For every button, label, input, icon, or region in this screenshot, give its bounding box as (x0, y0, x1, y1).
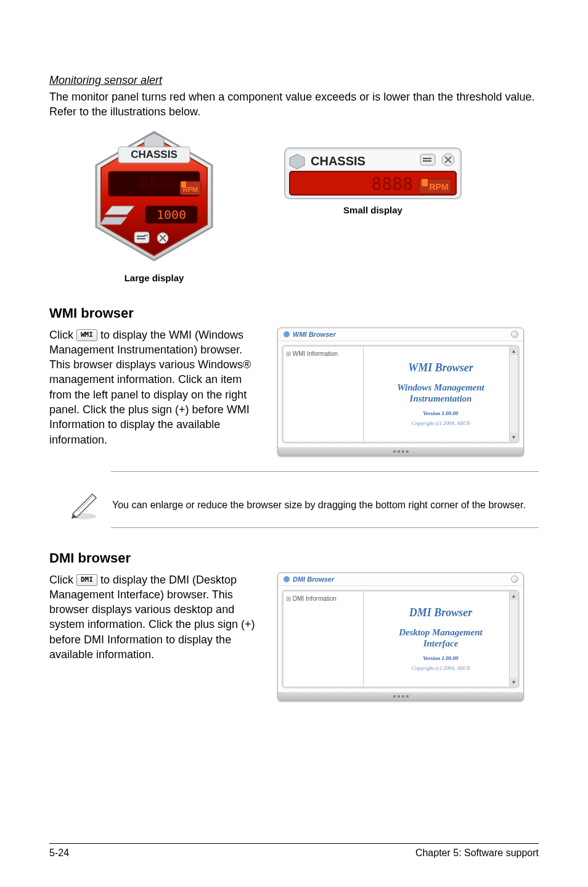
dmi-body-rest: to display the DMI (Desktop Management I… (49, 574, 255, 661)
scroll-down-icon[interactable]: ▾ (510, 678, 518, 687)
resize-grip[interactable] (278, 447, 523, 456)
wmi-titlebar: WMI Browser (278, 328, 523, 341)
gauge-small-wrap: CHASSIS 8888 RPM Small display (284, 147, 462, 215)
chassis-gauge-large: CHASSIS 8888 RPM 1000 (86, 128, 222, 270)
wmi-tree-root[interactable]: WMI Information (286, 350, 361, 357)
scroll-down-icon[interactable]: ▾ (510, 433, 518, 442)
dmi-two-col: Click DMI to display the DMI (Desktop Ma… (49, 572, 539, 701)
note-text: You can enlarge or reduce the browser si… (112, 498, 526, 512)
dmi-tree-pane[interactable]: DMI Information (284, 592, 364, 687)
app-icon (283, 576, 290, 583)
dmi-titlebar-text: DMI Browser (293, 576, 334, 583)
gauge-large-wrap: CHASSIS 8888 RPM 1000 (86, 128, 222, 283)
note-divider-top (111, 471, 539, 472)
resize-grip[interactable] (278, 692, 523, 701)
footer-chapter: Chapter 5: Software support (415, 848, 539, 859)
close-icon[interactable] (511, 576, 518, 583)
note-divider-bottom (111, 527, 539, 528)
dmi-body: Click DMI to display the DMI (Desktop Ma… (49, 572, 259, 662)
svg-text:8888: 8888 (139, 174, 178, 192)
svg-text:8888: 8888 (372, 174, 413, 194)
wmi-pane-subtitle2: Instrumentation (369, 393, 513, 404)
wmi-pane-title: WMI Browser (369, 361, 513, 374)
wmi-two-col: Click WMI to display the WMI (Windows Ma… (49, 328, 539, 456)
dmi-content-pane: DMI Browser Desktop Management Interface… (364, 592, 518, 687)
svg-rect-27 (423, 160, 431, 162)
wmi-heading: WMI browser (49, 305, 539, 321)
dmi-pane-subtitle2: Interface (369, 638, 513, 649)
dmi-browser-body: DMI Information DMI Browser Desktop Mana… (282, 590, 520, 688)
wmi-browser-body: WMI Information WMI Browser Windows Mana… (282, 345, 520, 444)
svg-text:1000: 1000 (157, 207, 186, 222)
app-icon (283, 331, 290, 338)
svg-text:CHASSIS: CHASSIS (131, 149, 178, 160)
monitoring-heading: Monitoring sensor alert (49, 74, 539, 87)
svg-text:RPM: RPM (183, 186, 198, 193)
wmi-tree-pane[interactable]: WMI Information (284, 347, 364, 442)
wmi-browser-window: WMI Browser WMI Information WMI Browser … (277, 328, 524, 456)
svg-rect-16 (137, 238, 145, 239)
dmi-copyright: Copyright (c) 2004, ASUS (369, 665, 513, 671)
chassis-gauge-small: CHASSIS 8888 RPM (284, 147, 462, 202)
dmi-version: Version 1.00.00 (369, 655, 513, 661)
note-block: You can enlarge or reduce the browser si… (68, 489, 539, 521)
gauge-row: CHASSIS 8888 RPM 1000 (49, 128, 539, 283)
dmi-heading: DMI browser (49, 550, 539, 566)
wmi-pane-subtitle1: Windows Management (369, 382, 513, 393)
dmi-pane-subtitle1: Desktop Management (369, 627, 513, 638)
svg-point-36 (284, 331, 290, 337)
scroll-up-icon[interactable]: ▴ (510, 347, 518, 355)
dmi-tree-root[interactable]: DMI Information (286, 595, 361, 602)
wmi-click-prefix: Click (49, 329, 76, 341)
pencil-icon (68, 489, 100, 521)
wmi-body: Click WMI to display the WMI (Windows Ma… (49, 328, 259, 447)
svg-rect-14 (134, 232, 149, 243)
dmi-pane-title: DMI Browser (369, 606, 513, 619)
scrollbar[interactable]: ▴ ▾ (509, 592, 518, 687)
svg-point-41 (284, 576, 290, 582)
svg-rect-15 (137, 236, 145, 237)
wmi-copyright: Copyright (c) 2004, ASUS (369, 420, 513, 426)
wmi-titlebar-text: WMI Browser (293, 331, 336, 338)
large-display-caption: Large display (86, 273, 222, 283)
close-icon[interactable] (511, 331, 518, 338)
footer-page: 5-24 (49, 848, 69, 859)
dmi-titlebar: DMI Browser (278, 573, 523, 586)
scroll-up-icon[interactable]: ▴ (510, 592, 518, 600)
svg-rect-34 (422, 179, 428, 186)
small-display-caption: Small display (284, 205, 462, 215)
wmi-button[interactable]: WMI (76, 329, 97, 341)
wmi-version: Version 1.00.00 (369, 410, 513, 416)
wmi-content-pane: WMI Browser Windows Management Instrumen… (364, 347, 518, 442)
dmi-click-prefix: Click (49, 574, 76, 586)
svg-rect-25 (420, 154, 435, 165)
wmi-body-rest: to display the WMI (Windows Management I… (49, 329, 251, 446)
svg-rect-17 (144, 234, 148, 236)
svg-rect-26 (423, 158, 431, 159)
svg-line-40 (78, 495, 94, 511)
svg-text:CHASSIS: CHASSIS (311, 154, 365, 168)
scrollbar[interactable]: ▴ ▾ (509, 347, 518, 442)
page-footer: 5-24 Chapter 5: Software support (49, 843, 539, 859)
monitoring-body: The monitor panel turns red when a compo… (49, 89, 539, 120)
dmi-button[interactable]: DMI (76, 574, 97, 586)
dmi-browser-window: DMI Browser DMI Information DMI Browser … (277, 572, 524, 701)
svg-text:RPM: RPM (429, 182, 448, 192)
